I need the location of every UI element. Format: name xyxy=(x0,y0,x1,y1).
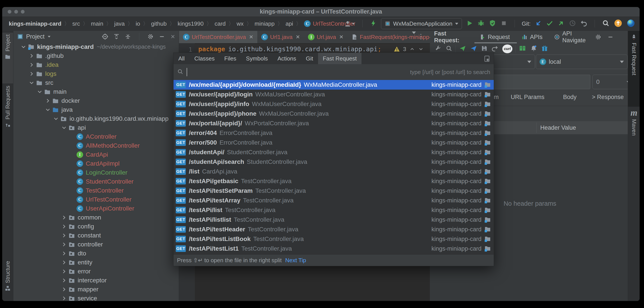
tree-row[interactable]: C AllMethodController xyxy=(14,141,179,150)
tree-chevron-icon[interactable] xyxy=(28,80,36,86)
result-row[interactable]: GET /list CardApi.java kings-miniapp-car… xyxy=(174,167,494,176)
tree-row[interactable]: C LoginController xyxy=(14,168,179,177)
popup-tab-actions[interactable]: Actions xyxy=(273,53,301,64)
tree-row[interactable]: dto xyxy=(14,249,179,258)
user-icon[interactable] xyxy=(344,20,355,27)
tree-chevron-icon[interactable] xyxy=(60,241,68,248)
result-row[interactable]: GET /error/404 ErrorController.java king… xyxy=(174,128,494,138)
breadcrumb-item[interactable]: api xyxy=(286,20,293,27)
editor-tab[interactable]: IUrl.java✕ xyxy=(304,31,348,43)
tree-row[interactable]: common xyxy=(14,213,179,222)
zoom-window-button[interactable] xyxy=(21,10,24,13)
result-row[interactable]: GET /wx/media/{appid}/download/{mediaId}… xyxy=(174,80,494,90)
search-icon[interactable] xyxy=(446,45,452,53)
tree-row[interactable]: java xyxy=(14,105,179,114)
environment-select[interactable]: E local xyxy=(536,55,628,69)
breadcrumb-item[interactable]: miniapp xyxy=(255,20,274,27)
tree-row[interactable]: I CardApi xyxy=(14,150,179,159)
tree-row[interactable]: controller xyxy=(14,240,179,249)
popup-tab-git[interactable]: Git xyxy=(301,53,318,64)
tree-row[interactable]: C CardApiImpl xyxy=(14,159,179,168)
popup-tab-symbols[interactable]: Symbols xyxy=(241,53,273,64)
breadcrumb-item[interactable]: java xyxy=(114,20,125,27)
project-panel-title[interactable]: Project xyxy=(26,33,44,40)
tree-row[interactable]: C TestController xyxy=(14,186,179,195)
popup-tab-classes[interactable]: Classes xyxy=(190,53,219,64)
hide-panel-button[interactable] xyxy=(158,33,165,40)
minimize-window-button[interactable] xyxy=(14,10,18,13)
result-row[interactable]: GET /error/500 ErrorController.java king… xyxy=(174,138,494,148)
collapse-all-button[interactable] xyxy=(124,33,131,40)
result-row[interactable]: GET /testAPi/testArray TestController.ja… xyxy=(174,196,494,205)
more-options-icon[interactable]: ⋮ xyxy=(418,33,425,40)
result-row[interactable]: GET /testAPi/testList1 TestController.ja… xyxy=(174,244,494,253)
tree-row[interactable]: docker xyxy=(14,96,179,105)
tree-row[interactable]: mapper xyxy=(14,285,179,294)
next-problem-icon[interactable] xyxy=(418,46,424,52)
tree-chevron-icon[interactable] xyxy=(60,259,68,266)
result-row[interactable]: GET /wx/user/{appid}/info WxMaUserContro… xyxy=(174,99,494,109)
run-bolt-icon[interactable] xyxy=(370,19,377,28)
tab-list-chevron-icon[interactable] xyxy=(412,34,416,38)
tab-api-navigate[interactable]: API Navigate xyxy=(554,30,595,44)
tree-chevron-icon[interactable] xyxy=(28,71,36,77)
breadcrumb-item[interactable]: github xyxy=(151,20,167,27)
popup-tab-fast-request[interactable]: Fast Request xyxy=(318,53,362,64)
locate-file-button[interactable] xyxy=(102,33,108,40)
close-tab-icon[interactable]: ✕ xyxy=(339,34,344,40)
rollback-button[interactable] xyxy=(580,19,588,28)
breadcrumb-item[interactable]: src xyxy=(72,20,80,27)
result-row[interactable]: GET /testAPi/list TestController.java ki… xyxy=(174,205,494,215)
tree-chevron-icon[interactable] xyxy=(44,98,52,104)
tree-row[interactable]: constant xyxy=(14,231,179,240)
next-tip-link[interactable]: Next Tip xyxy=(285,257,306,264)
tree-row[interactable]: .idea xyxy=(14,60,179,69)
tree-chevron-icon[interactable] xyxy=(60,232,68,239)
sidebar-item-pull-requests[interactable]: Pull Requests xyxy=(2,86,13,136)
tab-apis[interactable]: APIs xyxy=(521,34,542,40)
breadcrumb-item[interactable]: wx xyxy=(237,20,244,27)
result-row[interactable]: GET /wx/portal/{appid}/ WxPortalControll… xyxy=(174,119,494,128)
git-commit-button[interactable] xyxy=(546,19,554,28)
gear-icon[interactable] xyxy=(595,34,602,40)
editor-tab[interactable]: CUrl1.java✕ xyxy=(257,31,304,43)
result-row[interactable]: GET /testAPi/testSetParam TestController… xyxy=(174,186,494,196)
tree-row[interactable]: api xyxy=(14,123,179,132)
hide-panel-button[interactable] xyxy=(607,34,614,40)
breadcrumb-item[interactable]: kings1990 xyxy=(178,20,204,27)
run-config-select[interactable]: WxMaDemoApplication xyxy=(381,18,462,29)
tree-chevron-icon[interactable] xyxy=(60,286,68,293)
tree-row[interactable]: src xyxy=(14,78,179,87)
git-update-button[interactable] xyxy=(534,19,542,28)
bell-icon[interactable] xyxy=(530,45,537,53)
wrench-icon[interactable] xyxy=(434,45,442,53)
tree-row[interactable]: main xyxy=(14,87,179,96)
popup-tab-all[interactable]: All xyxy=(174,53,190,64)
tree-chevron-icon[interactable] xyxy=(52,116,60,122)
popup-search-input[interactable] xyxy=(187,68,410,76)
update-notification-icon[interactable] xyxy=(614,19,622,28)
tab-url-params[interactable]: URL Params xyxy=(511,94,545,101)
tree-chevron-icon[interactable] xyxy=(28,62,36,68)
tree-row[interactable]: kings-miniapp-card ~/develop/workspace-k… xyxy=(14,42,179,51)
result-row[interactable]: GET /testAPi/testListBook TestController… xyxy=(174,234,494,244)
result-row[interactable]: GET /wx/user/{appid}/login WxMaUserContr… xyxy=(174,90,494,99)
tree-chevron-icon[interactable] xyxy=(60,223,68,230)
result-row[interactable]: GET /testAPi/listlist TestController.jav… xyxy=(174,215,494,225)
tree-row[interactable]: error xyxy=(14,267,179,276)
breadcrumb-item[interactable]: kings-miniapp-card xyxy=(9,20,62,27)
result-row[interactable]: GET /testAPi/testHeader TestController.j… xyxy=(174,225,494,234)
close-window-button[interactable] xyxy=(8,10,12,13)
tree-row[interactable]: config xyxy=(14,222,179,231)
tree-chevron-icon[interactable] xyxy=(60,125,68,131)
breadcrumb-item[interactable]: main xyxy=(91,20,103,27)
pin-window-icon[interactable] xyxy=(484,55,490,63)
search-everywhere-button[interactable] xyxy=(602,19,610,28)
result-row[interactable]: GET /wx/user/{appid}/phone WxMaUserContr… xyxy=(174,109,494,119)
tree-row[interactable]: C UrlTestController xyxy=(14,195,179,204)
curl-icon[interactable]: curl xyxy=(502,44,512,53)
tree-chevron-icon[interactable] xyxy=(44,107,52,113)
result-row[interactable]: GET /studentApi/search StudentController… xyxy=(174,157,494,167)
tree-chevron-icon[interactable] xyxy=(60,268,68,275)
tree-chevron-icon[interactable] xyxy=(36,89,44,95)
